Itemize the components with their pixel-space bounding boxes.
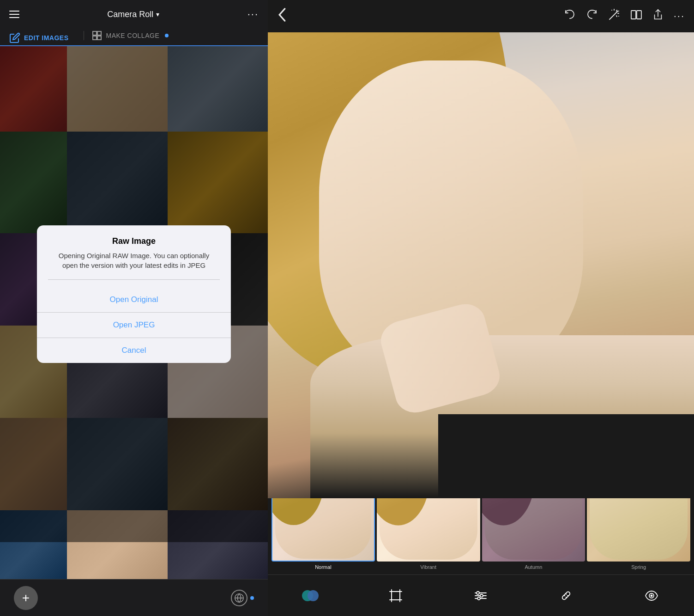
svg-point-23 [477, 592, 479, 594]
magic-wand-button[interactable] [608, 9, 620, 24]
modal-divider [48, 279, 220, 280]
svg-point-24 [480, 594, 483, 597]
modal-overlay: Raw Image Opening Original RAW Image. Yo… [0, 46, 268, 542]
filter-vibrant-label: Vibrant [420, 564, 436, 570]
modal-header: Raw Image Opening Original RAW Image. Yo… [37, 225, 231, 287]
globe-icon [231, 590, 247, 606]
svg-rect-2 [93, 36, 97, 40]
open-jpeg-button[interactable]: Open JPEG [37, 313, 231, 338]
filter-autumn[interactable]: Autumn [482, 498, 585, 570]
plus-icon: + [22, 591, 30, 605]
edit-icon [9, 32, 20, 43]
modal-description: Opening Original RAW Image. You can opti… [48, 251, 220, 270]
globe-svg [234, 593, 244, 603]
globe-indicator-dot [250, 596, 254, 600]
portrait-clothing [438, 414, 694, 498]
share-button[interactable] [652, 9, 664, 24]
svg-point-11 [618, 11, 619, 12]
retouch-tool-button[interactable] [556, 586, 576, 606]
compare-icon [630, 9, 642, 21]
edit-images-label: EDIT IMAGES [24, 34, 69, 42]
camera-roll-title: Camera Roll [107, 10, 153, 19]
filter-spring[interactable]: Spring [587, 498, 690, 570]
magic-wand-icon [608, 9, 620, 21]
view-tool-button[interactable] [641, 586, 662, 606]
bottom-bar: + [0, 579, 268, 616]
svg-rect-14 [637, 11, 641, 19]
edit-images-tab[interactable]: EDIT IMAGES [9, 30, 76, 47]
chevron-down-icon[interactable]: ▾ [156, 11, 159, 18]
compare-button[interactable] [630, 9, 642, 24]
collage-icon [91, 30, 103, 41]
bottom-tools [268, 574, 694, 616]
svg-point-12 [618, 16, 619, 17]
left-panel: Camera Roll ▾ ··· EDIT IMAGES MAKE COLLA… [0, 0, 268, 616]
nav-more-button[interactable]: ··· [247, 8, 259, 20]
filter-normal-label: Normal [315, 564, 331, 570]
collage-indicator-dot [165, 34, 169, 37]
main-image-container [268, 32, 694, 498]
color-circles-icon [302, 590, 319, 602]
right-nav-right: ··· [564, 9, 685, 24]
filter-spring-label: Spring [631, 564, 646, 570]
svg-line-9 [616, 16, 617, 17]
hamburger-menu[interactable] [9, 11, 19, 18]
raw-image-modal: Raw Image Opening Original RAW Image. Yo… [37, 225, 231, 363]
right-nav-left [277, 7, 287, 25]
svg-rect-0 [93, 31, 97, 35]
filter-thumb-spring [587, 498, 690, 562]
undo-button[interactable] [564, 9, 576, 23]
add-button[interactable]: + [14, 586, 38, 610]
filter-autumn-label: Autumn [525, 564, 542, 570]
crop-tool-button[interactable] [386, 586, 406, 606]
open-original-button[interactable]: Open Original [37, 287, 231, 313]
svg-point-32 [650, 594, 652, 597]
toolbar: EDIT IMAGES MAKE COLLAGE [0, 26, 268, 46]
svg-rect-15 [392, 592, 400, 600]
sliders-icon [474, 591, 487, 601]
filter-vibrant[interactable]: Vibrant [377, 498, 480, 570]
svg-point-10 [611, 10, 612, 11]
retouch-icon [560, 589, 573, 602]
filter-strip: Normal Vibrant Autumn Spring [268, 498, 694, 574]
globe-area[interactable] [231, 590, 254, 606]
photo-grid: Raw Image Opening Original RAW Image. Yo… [0, 46, 268, 579]
svg-rect-3 [97, 36, 101, 40]
svg-rect-13 [631, 11, 636, 19]
crop-icon [389, 589, 402, 602]
toolbar-divider [84, 31, 84, 40]
top-nav: Camera Roll ▾ ··· [0, 0, 268, 26]
filter-normal[interactable]: Normal [272, 498, 375, 570]
share-icon [652, 9, 664, 21]
right-panel: ··· Normal [268, 0, 694, 616]
make-collage-label: MAKE COLLAGE [106, 32, 160, 39]
eye-icon [645, 591, 658, 601]
filter-thumb-vibrant [377, 498, 480, 562]
redo-button[interactable] [586, 9, 598, 23]
svg-rect-1 [97, 31, 101, 35]
back-button[interactable] [277, 7, 287, 25]
filter-thumb-autumn [482, 498, 585, 562]
svg-point-25 [477, 597, 480, 600]
svg-rect-26 [561, 591, 571, 600]
more-options-button[interactable]: ··· [674, 10, 685, 22]
cancel-button[interactable]: Cancel [37, 338, 231, 363]
svg-line-7 [616, 10, 617, 11]
right-nav: ··· [268, 0, 694, 32]
svg-line-5 [610, 13, 616, 19]
make-collage-tab[interactable]: MAKE COLLAGE [91, 30, 169, 41]
nav-title: Camera Roll ▾ [107, 10, 159, 19]
modal-title: Raw Image [48, 236, 220, 246]
adjust-tool-button[interactable] [471, 586, 491, 606]
filter-thumb-normal [272, 498, 375, 562]
color-tool-button[interactable] [300, 586, 320, 606]
